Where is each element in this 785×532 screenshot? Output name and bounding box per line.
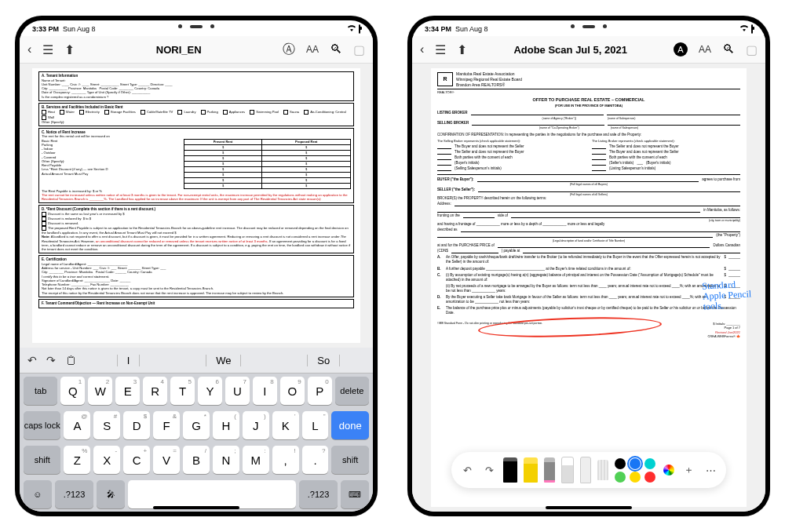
key-emoji[interactable]: ☺ — [24, 480, 52, 508]
eraser-tool[interactable] — [561, 457, 574, 483]
checkbox-item: Air-Conditioning: Central — [304, 110, 346, 115]
pen-tool[interactable] — [503, 457, 517, 483]
text-size-icon[interactable]: AA — [306, 44, 319, 55]
checkbox-item: Storage Facilities — [104, 110, 136, 115]
markup-icon[interactable]: A — [674, 42, 688, 56]
key-delete[interactable]: delete — [335, 377, 369, 405]
checkbox-item: Swimming Pool — [250, 110, 279, 115]
highlighter-tool[interactable] — [524, 457, 538, 483]
undo-icon[interactable]: ↶ — [459, 462, 475, 478]
back-button[interactable]: ‹ — [27, 42, 31, 56]
document-title: NORI_EN — [156, 44, 202, 56]
key-G[interactable]: G* — [183, 411, 210, 439]
share-icon[interactable]: ⬆︎ — [64, 42, 75, 57]
key-O[interactable]: O9 — [280, 377, 305, 405]
status-date: Sun Aug 8 — [63, 25, 96, 33]
markup-icon[interactable]: Ⓐ — [283, 42, 295, 58]
search-icon[interactable]: 🔍︎ — [722, 42, 735, 56]
key-P[interactable]: P0 — [308, 377, 332, 405]
ipad-right: 3:34 PM Sun Aug 8 ‹ ☰ ⬆︎ Adobe Scan Jul … — [407, 16, 770, 516]
key-S[interactable]: S# — [93, 411, 120, 439]
redo-icon[interactable]: ↷ — [46, 354, 56, 366]
key-T[interactable]: T5 — [170, 377, 195, 405]
lasso-tool[interactable] — [580, 457, 591, 483]
swatch-yellow[interactable] — [630, 472, 641, 483]
swatch-cyan[interactable] — [644, 458, 655, 469]
key-M[interactable]: M: — [243, 446, 269, 474]
undo-icon[interactable]: ↶ — [27, 354, 37, 366]
home-indicator[interactable] — [546, 506, 632, 509]
swatch-red[interactable] — [644, 472, 655, 483]
checkbox-item: Electricity — [79, 110, 100, 115]
key-I[interactable]: I8 — [253, 377, 277, 405]
key-mic[interactable]: 🎤︎ — [97, 480, 125, 508]
back-button[interactable]: ‹ — [420, 42, 424, 56]
key-H[interactable]: H( — [213, 411, 239, 439]
add-icon[interactable]: ＋ — [681, 462, 696, 478]
document-viewport[interactable]: R Manitoba Real Estate AssociationWinnip… — [412, 64, 765, 512]
form-page: R Manitoba Real Estate AssociationWinnip… — [431, 68, 747, 507]
key-V[interactable]: V= — [153, 446, 180, 474]
pencil-tool[interactable] — [544, 457, 555, 483]
key-.[interactable]: .? — [302, 446, 329, 474]
document-viewport[interactable]: 1 of 1 A. Tenant Information Name of Ten… — [20, 64, 373, 348]
key-K[interactable]: K' — [272, 411, 299, 439]
checkbox-item: Appliances — [223, 110, 246, 115]
more-icon[interactable]: ⋯ — [703, 462, 718, 478]
key-L[interactable]: L" — [302, 411, 329, 439]
clipboard-icon[interactable]: 📋︎ — [65, 354, 76, 366]
home-indicator[interactable] — [153, 506, 239, 509]
key-shift-right[interactable]: shift — [331, 446, 368, 474]
checkbox-item: Sauna — [283, 110, 299, 115]
key-W[interactable]: W2 — [88, 377, 112, 405]
key-num-right[interactable]: .?123 — [299, 480, 338, 508]
suggestion-1[interactable]: I — [117, 355, 141, 366]
app-toolbar: ‹ ☰ ⬆︎ NORI_EN Ⓐ AA 🔍︎ ▢ — [20, 36, 373, 64]
bookmark-icon[interactable]: ▢ — [353, 42, 365, 57]
text-size-icon[interactable]: AA — [699, 44, 711, 55]
notch — [561, 24, 616, 29]
key-,[interactable]: ,! — [272, 446, 299, 474]
share-icon[interactable]: ⬆︎ — [457, 42, 467, 57]
swatch-blue[interactable] — [630, 458, 641, 469]
key-num-left[interactable]: .?123 — [55, 480, 94, 508]
toc-icon[interactable]: ☰ — [435, 42, 446, 57]
key-Z[interactable]: Z% — [64, 446, 90, 474]
redo-icon[interactable]: ↷ — [481, 462, 497, 478]
status-date: Sun Aug 8 — [455, 25, 488, 33]
app-toolbar: ‹ ☰ ⬆︎ Adobe Scan Jul 5, 2021 A AA 🔍︎ ▢ — [412, 36, 765, 64]
color-picker-icon[interactable] — [663, 465, 674, 476]
key-X[interactable]: X- — [93, 446, 120, 474]
onscreen-keyboard: ↶ ↷ 📋︎ I We So tabQ1W2E3R4T5Y6U7I8O9P0de… — [20, 348, 373, 512]
swatch-green[interactable] — [615, 472, 626, 483]
search-icon[interactable]: 🔍︎ — [330, 42, 342, 56]
checkbox-item: Cable/Satellite TV — [141, 110, 173, 115]
ruler-tool[interactable] — [597, 460, 608, 480]
key-N[interactable]: N; — [213, 446, 239, 474]
key-Y[interactable]: Y6 — [198, 377, 222, 405]
toc-icon[interactable]: ☰ — [42, 42, 53, 57]
key-U[interactable]: U7 — [225, 377, 250, 405]
key-J[interactable]: J) — [243, 411, 269, 439]
key-done[interactable]: done — [331, 411, 368, 439]
wifi-icon — [739, 25, 749, 33]
key-caps[interactable]: caps lock — [24, 411, 60, 439]
key-shift-left[interactable]: shift — [24, 446, 60, 474]
wifi-icon — [347, 25, 356, 33]
section-c: C. Notice of Rent Increase The rent for … — [38, 128, 354, 204]
swatch-black[interactable] — [615, 458, 626, 469]
key-dismiss[interactable]: ⌨︎ — [341, 480, 369, 508]
suggestion-2[interactable]: We — [206, 355, 241, 366]
key-A[interactable]: A@ — [64, 411, 90, 439]
key-D[interactable]: D$ — [123, 411, 150, 439]
suggestion-3[interactable]: So — [307, 355, 340, 366]
key-F[interactable]: F& — [153, 411, 180, 439]
key-C[interactable]: C+ — [123, 446, 150, 474]
key-E[interactable]: E3 — [115, 377, 140, 405]
bookmark-icon[interactable]: ▢ — [746, 42, 758, 57]
key-R[interactable]: R4 — [143, 377, 167, 405]
key-B[interactable]: B/ — [183, 446, 210, 474]
key-space[interactable] — [128, 480, 296, 508]
key-tab[interactable]: tab — [24, 377, 57, 405]
key-Q[interactable]: Q1 — [60, 377, 85, 405]
